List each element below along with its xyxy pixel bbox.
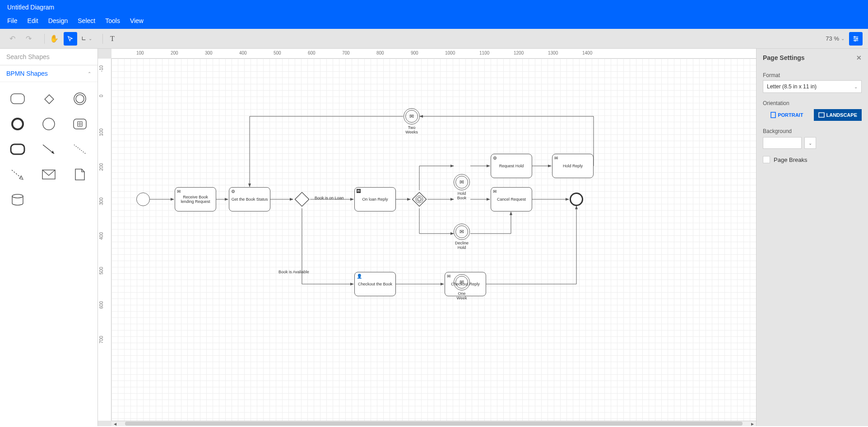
envelope-icon: ✉ (493, 189, 497, 194)
event-start[interactable] (136, 193, 150, 206)
event-decline-hold[interactable]: ✉Decline Hold (454, 224, 470, 240)
task-checkout-book[interactable]: 👤Checkout the Book (354, 272, 396, 296)
svg-point-3 (854, 36, 855, 37)
event-one-week[interactable]: ✉One Week (454, 274, 470, 290)
shape-cylinder[interactable] (6, 191, 29, 208)
close-icon[interactable]: ✕ (856, 54, 862, 61)
background-label: Background (763, 125, 862, 136)
properties-panel: Page Settings ✕ Format Letter (8.5 in x … (756, 49, 868, 426)
orientation-portrait-button[interactable]: PORTRAIT (763, 109, 811, 121)
task-label: Request Hold (499, 164, 524, 168)
event-label: One Week (457, 291, 467, 300)
undo-button[interactable]: ↶ (5, 32, 19, 46)
background-dropdown[interactable]: ⌄ (804, 137, 816, 149)
menu-file[interactable]: File (7, 17, 18, 24)
scroll-right-arrow[interactable]: ▶ (750, 421, 755, 426)
shape-diamond[interactable] (37, 90, 60, 107)
horizontal-ruler: 1002003004005006007008009001000110012001… (111, 49, 756, 59)
svg-rect-35 (295, 192, 309, 206)
task-get-book-status[interactable]: ⚙Get the Book Status (229, 187, 270, 211)
scroll-thumb[interactable] (125, 422, 743, 426)
shape-thick-circle[interactable] (6, 115, 29, 133)
event-label: Two Weeks (405, 125, 418, 134)
task-hold-reply[interactable]: ✉Hold Reply (552, 154, 594, 178)
gear-icon: ⚙ (231, 189, 235, 194)
shape-arrow[interactable] (37, 141, 60, 158)
shape-bold-rounded-rect[interactable] (6, 141, 29, 158)
gateway-event-based[interactable] (411, 191, 427, 207)
shape-grid-rect[interactable] (68, 115, 91, 133)
svg-point-23 (12, 194, 23, 198)
redo-button[interactable]: ↷ (22, 32, 35, 46)
page-breaks-row[interactable]: Page Breaks (763, 154, 862, 165)
gear-icon: ⚙ (493, 156, 497, 161)
gateway-exclusive[interactable] (294, 191, 310, 207)
text-tool-button[interactable]: T (106, 32, 119, 46)
canvas-container: 1002003004005006007008009001000110012001… (98, 49, 756, 426)
menu-design[interactable]: Design (48, 17, 68, 24)
pointer-tool-button[interactable] (64, 32, 77, 46)
task-cancel-request[interactable]: ✉Cancel Request (491, 187, 532, 211)
task-label: Hold Reply (563, 164, 583, 168)
event-label: Decline Hold (455, 241, 469, 250)
divider (44, 34, 45, 44)
event-hold-book[interactable]: ✉Hold Book (454, 174, 470, 190)
shape-dashed-arrow[interactable] (6, 166, 29, 183)
shape-rounded-rect[interactable] (6, 90, 29, 107)
svg-rect-16 (11, 144, 24, 154)
portrait-label: PORTRAIT (778, 112, 803, 118)
menu-bar: File Edit Design Select Tools View (0, 14, 868, 29)
toolbar: ↶ ↷ ✋ ⌄ T 73 %⌄ (0, 29, 868, 49)
task-label: Cancel Request (497, 197, 526, 202)
page-breaks-checkbox[interactable] (763, 156, 770, 163)
shape-double-circle[interactable] (68, 90, 91, 107)
task-on-loan-reply[interactable]: ✉On loan Reply (354, 187, 396, 211)
search-input[interactable]: Search Shapes (0, 49, 97, 65)
format-select[interactable]: Letter (8.5 in x 11 in)⌄ (763, 80, 862, 93)
task-label: Checkout the Book (358, 282, 392, 286)
svg-marker-18 (51, 151, 54, 154)
svg-rect-6 (11, 94, 24, 104)
menu-edit[interactable]: Edit (28, 17, 38, 24)
scroll-left-arrow[interactable]: ◀ (112, 421, 118, 426)
connector-tool-button[interactable]: ⌄ (80, 32, 93, 46)
task-label: On loan Reply (362, 197, 388, 202)
shape-envelope[interactable] (37, 166, 60, 183)
svg-point-11 (43, 118, 55, 130)
orientation-label: Orientation (763, 97, 862, 108)
svg-point-4 (856, 38, 858, 39)
envelope-icon: ✉ (357, 189, 361, 193)
svg-line-19 (74, 145, 86, 154)
shapes-section-header[interactable]: BPMN Shapes ⌃ (0, 65, 97, 82)
shape-dotted-line[interactable] (68, 141, 91, 158)
settings-panel-button[interactable] (849, 32, 863, 46)
shapes-grid (0, 82, 97, 216)
envelope-icon: ✉ (177, 189, 181, 194)
shape-document[interactable] (68, 166, 91, 183)
zoom-indicator[interactable]: 73 %⌄ (826, 35, 845, 42)
background-swatch[interactable] (763, 137, 802, 149)
svg-marker-21 (19, 176, 23, 179)
task-request-hold[interactable]: ⚙Request Hold (491, 154, 532, 178)
task-label: Receive Book lending Request (177, 195, 214, 204)
menu-tools[interactable]: Tools (105, 17, 120, 24)
menu-select[interactable]: Select (78, 17, 95, 24)
divider (102, 34, 103, 44)
envelope-icon: ✉ (554, 156, 558, 161)
shapes-panel: Search Shapes BPMN Shapes ⌃ (0, 49, 98, 426)
orientation-landscape-button[interactable]: LANDSCAPE (814, 109, 862, 121)
pan-tool-button[interactable]: ✋ (47, 32, 61, 46)
main: Search Shapes BPMN Shapes ⌃ 100200300400… (0, 49, 868, 426)
event-two-weeks[interactable]: ✉Two Weeks (404, 108, 420, 124)
menu-view[interactable]: View (130, 17, 144, 24)
envelope-icon: ✉ (447, 274, 450, 279)
event-end[interactable] (570, 193, 583, 206)
horizontal-scrollbar[interactable]: ◀ ▶ (111, 421, 756, 426)
canvas[interactable]: ✉Receive Book lending Request ⚙Get the B… (111, 59, 756, 421)
task-receive-book-lending-request[interactable]: ✉Receive Book lending Request (175, 187, 216, 211)
task-label: Get the Book Status (232, 197, 268, 202)
edge-label-on-loan: Book is on Loan (315, 196, 344, 200)
shape-circle[interactable] (37, 115, 60, 133)
landscape-label: LANDSCAPE (826, 112, 857, 118)
svg-point-10 (12, 119, 23, 129)
